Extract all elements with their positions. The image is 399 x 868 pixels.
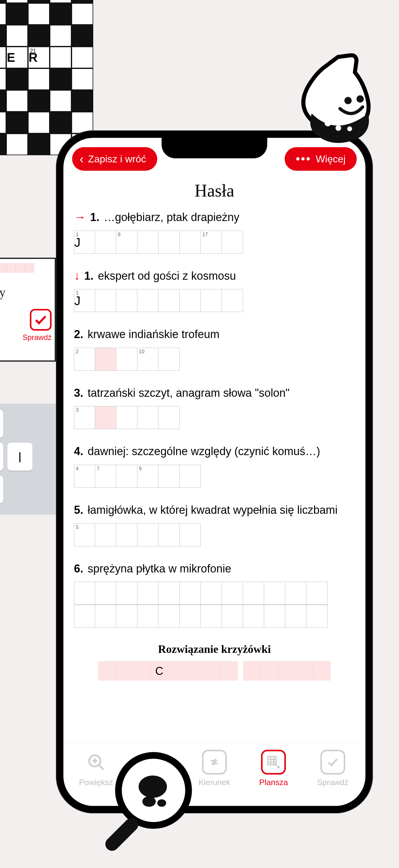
- content-area: Hasła →1.…gołębiarz, ptak drapieżny1J817…: [63, 178, 365, 743]
- answer-cell[interactable]: [159, 289, 180, 312]
- answer-cell[interactable]: [306, 582, 327, 605]
- answer-cell[interactable]: [95, 605, 116, 628]
- solution-cell[interactable]: [295, 661, 313, 681]
- clue-header: 3.tatrzański szczyt, anagram słowa "solo…: [74, 385, 355, 401]
- answer-cell[interactable]: [159, 406, 180, 429]
- svg-point-20: [157, 799, 166, 807]
- solution-cell[interactable]: [313, 661, 330, 681]
- answer-cell[interactable]: 8: [116, 231, 137, 254]
- answer-cell[interactable]: 3: [74, 406, 95, 429]
- answer-cell[interactable]: [95, 231, 116, 254]
- answer-cell[interactable]: 1J: [74, 231, 95, 254]
- more-button[interactable]: ••• Więcej: [285, 147, 357, 171]
- answer-cell[interactable]: [137, 231, 159, 254]
- answer-cell[interactable]: [116, 406, 137, 429]
- nav-board[interactable]: Plansza: [247, 750, 300, 787]
- answer-cell[interactable]: 9: [137, 465, 159, 488]
- answer-cell[interactable]: 4: [74, 465, 95, 488]
- direction-icon: [202, 750, 227, 775]
- answer-cell[interactable]: [180, 465, 201, 488]
- answer-cell[interactable]: [243, 605, 264, 628]
- answer-cell[interactable]: [116, 465, 137, 488]
- answer-cell[interactable]: [95, 406, 116, 429]
- clue-list: →1.…gołębiarz, ptak drapieżny1J817↓1.eks…: [74, 210, 355, 628]
- solution-cell[interactable]: [203, 661, 220, 681]
- background-side-panel: żny Sprawdź: [0, 258, 56, 362]
- cell-row: [74, 605, 355, 628]
- page-title: Hasła: [74, 181, 355, 200]
- solution-cell[interactable]: [243, 661, 261, 681]
- answer-cell[interactable]: [180, 582, 201, 605]
- answer-cell[interactable]: [180, 289, 201, 312]
- more-dots-icon: •••: [296, 152, 311, 165]
- cell-value: J: [74, 236, 81, 249]
- answer-cell[interactable]: 5: [74, 523, 95, 547]
- clue-header: ↓1.ekspert od gości z kosmosu: [74, 269, 355, 284]
- solution-cell[interactable]: [261, 661, 278, 681]
- answer-cell[interactable]: [180, 523, 201, 547]
- svg-point-18: [139, 775, 167, 798]
- answer-cell[interactable]: [306, 605, 327, 628]
- answer-cell[interactable]: [201, 582, 222, 605]
- solution-cell[interactable]: [168, 661, 186, 681]
- answer-cell[interactable]: [116, 605, 137, 628]
- answer-cell[interactable]: [116, 582, 137, 605]
- answer-cell[interactable]: [95, 289, 116, 312]
- answer-cell[interactable]: [74, 582, 95, 605]
- answer-cell[interactable]: [116, 348, 137, 371]
- solution-cell[interactable]: [116, 661, 133, 681]
- clue-text: tatrzański szczyt, anagram słowa "solon": [88, 385, 290, 401]
- answer-cell[interactable]: [222, 605, 243, 628]
- answer-cell[interactable]: [243, 582, 264, 605]
- solution-cell[interactable]: [278, 661, 295, 681]
- answer-cell[interactable]: 17: [201, 231, 222, 254]
- answer-cell[interactable]: [159, 348, 180, 371]
- answer-cell[interactable]: [180, 231, 201, 254]
- answer-cell[interactable]: 2: [74, 348, 95, 371]
- cell-number: 7: [97, 466, 99, 471]
- answer-cell[interactable]: [222, 231, 243, 254]
- answer-cell[interactable]: [137, 289, 159, 312]
- answer-cell[interactable]: [159, 465, 180, 488]
- solution-cell[interactable]: [220, 661, 238, 681]
- answer-cell[interactable]: [74, 605, 95, 628]
- answer-cell[interactable]: [222, 289, 243, 312]
- answer-cell[interactable]: [116, 523, 137, 547]
- answer-cell[interactable]: [137, 523, 159, 547]
- board-icon: [261, 750, 286, 775]
- answer-cell[interactable]: [137, 582, 159, 605]
- clue-text: krwawe indiańskie trofeum: [88, 327, 219, 342]
- answer-cell[interactable]: [201, 605, 222, 628]
- answer-cell[interactable]: [95, 582, 116, 605]
- answer-cell[interactable]: [222, 582, 243, 605]
- answer-cell[interactable]: [95, 523, 116, 547]
- answer-cell[interactable]: [95, 348, 116, 371]
- answer-cell[interactable]: [159, 582, 180, 605]
- answer-cell[interactable]: [201, 289, 222, 312]
- answer-cell[interactable]: [159, 523, 180, 547]
- solution-cell[interactable]: [133, 661, 151, 681]
- answer-cell[interactable]: 1J: [74, 289, 95, 312]
- chevron-left-icon: ‹: [80, 153, 84, 165]
- nav-check[interactable]: Sprawdź: [306, 750, 359, 787]
- answer-cell[interactable]: [116, 289, 137, 312]
- answer-cell[interactable]: [159, 231, 180, 254]
- answer-cell[interactable]: 7: [95, 465, 116, 488]
- answer-cell[interactable]: [285, 582, 306, 605]
- back-button[interactable]: ‹ Zapisz i wróć: [72, 147, 157, 171]
- clue-number: 6.: [74, 562, 83, 575]
- svg-point-2: [325, 120, 331, 126]
- answer-cell[interactable]: [159, 605, 180, 628]
- solution-cell[interactable]: [98, 661, 116, 681]
- clue-number: 4.: [74, 445, 83, 458]
- magnifier-decoration: [90, 746, 202, 859]
- solution-cell[interactable]: C: [151, 661, 168, 681]
- answer-cell[interactable]: [137, 605, 159, 628]
- answer-cell[interactable]: 10: [137, 348, 159, 371]
- answer-cell[interactable]: [264, 605, 285, 628]
- answer-cell[interactable]: [180, 605, 201, 628]
- solution-cell[interactable]: [186, 661, 203, 681]
- answer-cell[interactable]: [137, 406, 159, 429]
- answer-cell[interactable]: [285, 605, 306, 628]
- answer-cell[interactable]: [264, 582, 285, 605]
